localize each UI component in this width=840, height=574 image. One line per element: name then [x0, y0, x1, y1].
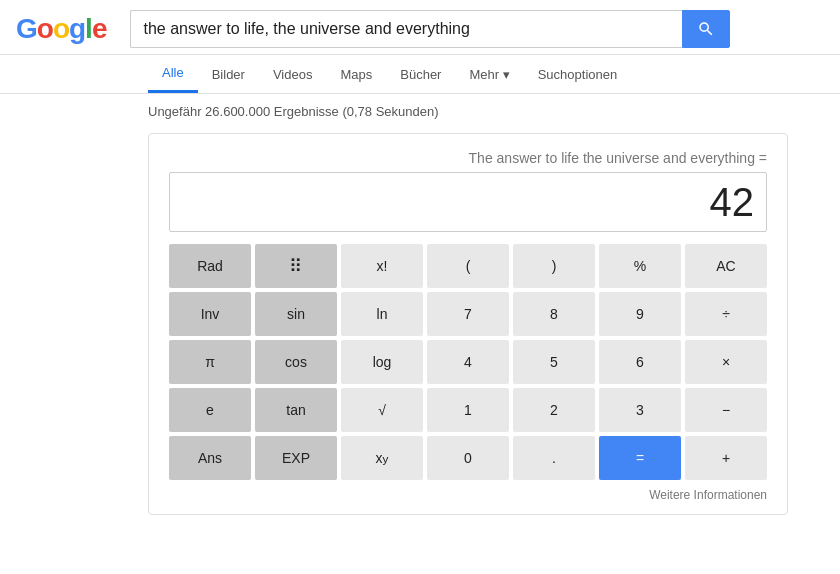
calc-btn-cos[interactable]: cos — [255, 340, 337, 384]
calc-btn-3[interactable]: 3 — [599, 388, 681, 432]
calc-display: 42 — [169, 172, 767, 232]
calc-btn-close-paren[interactable]: ) — [513, 244, 595, 288]
tab-videos[interactable]: Videos — [259, 57, 327, 92]
tab-bilder[interactable]: Bilder — [198, 57, 259, 92]
logo-o1: o — [37, 13, 53, 45]
calc-btn-ac[interactable]: AC — [685, 244, 767, 288]
calc-btn-6[interactable]: 6 — [599, 340, 681, 384]
calc-btn-inv[interactable]: Inv — [169, 292, 251, 336]
calc-btn-open-paren[interactable]: ( — [427, 244, 509, 288]
calc-btn-equals[interactable]: = — [599, 436, 681, 480]
search-input[interactable] — [130, 10, 682, 48]
calc-btn-ln[interactable]: ln — [341, 292, 423, 336]
calc-btn-sin[interactable]: sin — [255, 292, 337, 336]
calc-result: 42 — [710, 180, 755, 225]
calc-btn-divide[interactable]: ÷ — [685, 292, 767, 336]
calc-btn-0[interactable]: 0 — [427, 436, 509, 480]
calculator-card: The answer to life the universe and ever… — [148, 133, 788, 515]
calc-btn-factorial[interactable]: x! — [341, 244, 423, 288]
calc-btn-sqrt[interactable]: √ — [341, 388, 423, 432]
search-icon — [697, 20, 715, 38]
tab-buecher[interactable]: Bücher — [386, 57, 455, 92]
calc-btn-log[interactable]: log — [341, 340, 423, 384]
logo-g2: g — [69, 13, 85, 45]
tab-mehr[interactable]: Mehr ▾ — [455, 57, 523, 92]
calc-btn-power[interactable]: xy — [341, 436, 423, 480]
calc-buttons: Rad ⠿ x! ( ) % AC Inv sin ln 7 8 9 ÷ π c… — [169, 244, 767, 480]
calc-btn-9[interactable]: 9 — [599, 292, 681, 336]
calc-btn-subtract[interactable]: − — [685, 388, 767, 432]
logo-g: G — [16, 13, 37, 45]
calc-btn-1[interactable]: 1 — [427, 388, 509, 432]
google-logo: Google — [16, 13, 106, 45]
calc-btn-8[interactable]: 8 — [513, 292, 595, 336]
calc-btn-exp[interactable]: EXP — [255, 436, 337, 480]
calc-btn-7[interactable]: 7 — [427, 292, 509, 336]
calc-footer: Weitere Informationen — [169, 488, 767, 502]
calc-btn-tan[interactable]: tan — [255, 388, 337, 432]
calc-btn-multiply[interactable]: × — [685, 340, 767, 384]
calc-btn-4[interactable]: 4 — [427, 340, 509, 384]
header: Google — [0, 0, 840, 55]
calc-btn-decimal[interactable]: . — [513, 436, 595, 480]
logo-e: e — [92, 13, 107, 45]
further-info-link[interactable]: Weitere Informationen — [649, 488, 767, 502]
results-info: Ungefähr 26.600.000 Ergebnisse (0,78 Sek… — [0, 94, 840, 129]
calc-btn-5[interactable]: 5 — [513, 340, 595, 384]
calc-btn-add[interactable]: + — [685, 436, 767, 480]
search-button[interactable] — [682, 10, 730, 48]
calc-btn-grid[interactable]: ⠿ — [255, 244, 337, 288]
nav-tabs: Alle Bilder Videos Maps Bücher Mehr ▾ Su… — [0, 55, 840, 94]
logo-l: l — [85, 13, 92, 45]
logo-o2: o — [53, 13, 69, 45]
tab-alle[interactable]: Alle — [148, 55, 198, 93]
calc-btn-e[interactable]: e — [169, 388, 251, 432]
calc-equation: The answer to life the universe and ever… — [169, 150, 767, 166]
calc-btn-rad[interactable]: Rad — [169, 244, 251, 288]
calc-btn-pi[interactable]: π — [169, 340, 251, 384]
calc-btn-ans[interactable]: Ans — [169, 436, 251, 480]
tab-suchoptionen[interactable]: Suchoptionen — [524, 57, 632, 92]
results-count: Ungefähr 26.600.000 Ergebnisse (0,78 Sek… — [148, 104, 439, 119]
tab-maps[interactable]: Maps — [326, 57, 386, 92]
calc-btn-percent[interactable]: % — [599, 244, 681, 288]
calc-btn-2[interactable]: 2 — [513, 388, 595, 432]
search-bar — [130, 10, 730, 48]
